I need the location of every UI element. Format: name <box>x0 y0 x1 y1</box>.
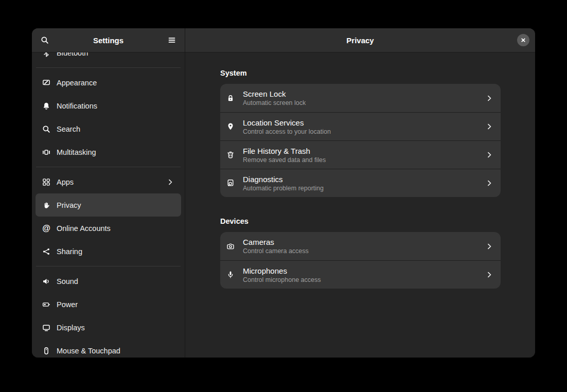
row-title: Location Services <box>243 118 477 127</box>
sidebar-item-label: Mouse & Touchpad <box>57 347 120 355</box>
sidebar-item-label: Appearance <box>57 79 97 87</box>
row-title: File History & Trash <box>243 147 477 155</box>
chevron-right-icon <box>166 178 174 186</box>
lock-icon <box>226 94 235 102</box>
sidebar-divider <box>36 167 181 167</box>
sidebar-item-apps[interactable]: Apps <box>36 170 181 193</box>
sidebar-divider <box>36 266 181 266</box>
search-button[interactable] <box>39 34 50 46</box>
search-icon <box>41 36 49 44</box>
row-title: Cameras <box>243 238 477 246</box>
diagnostics-icon <box>226 179 235 187</box>
location-pin-icon <box>226 122 235 131</box>
row-diagnostics[interactable]: Diagnostics Automatic problem reporting <box>220 169 501 197</box>
monitor-icon <box>42 324 50 332</box>
main-menu-button[interactable] <box>166 34 178 46</box>
sidebar-item-label: Search <box>57 125 80 133</box>
sidebar-item-online-accounts[interactable]: @ Online Accounts <box>36 217 181 240</box>
row-title: Diagnostics <box>243 175 477 184</box>
chevron-right-icon <box>485 271 493 279</box>
sidebar-item-privacy[interactable]: Privacy <box>36 193 181 217</box>
sidebar-item-sharing[interactable]: Sharing <box>36 240 181 263</box>
sidebar-item-label: Multitasking <box>57 148 96 156</box>
share-icon <box>42 247 50 256</box>
search-icon <box>42 125 50 133</box>
main-pane: Privacy System Screen Lock <box>185 28 535 358</box>
sidebar-item-search[interactable]: Search <box>36 117 181 140</box>
main-headerbar: Privacy <box>185 28 535 52</box>
sidebar-item-label: Sharing <box>57 247 82 256</box>
section-system: System Screen Lock Automatic screen lock <box>220 69 501 197</box>
close-icon <box>519 36 527 44</box>
row-screen-lock[interactable]: Screen Lock Automatic screen lock <box>220 84 501 112</box>
speaker-icon <box>42 277 50 286</box>
camera-icon <box>226 242 235 251</box>
row-file-history-trash[interactable]: File History & Trash Remove saved data a… <box>220 140 501 169</box>
battery-icon <box>42 300 50 309</box>
sidebar-item-label: Online Accounts <box>57 224 111 233</box>
system-card: Screen Lock Automatic screen lock Locati… <box>220 84 501 197</box>
sidebar-item-label: Sound <box>57 277 78 286</box>
sidebar-item-power[interactable]: Power <box>36 293 181 316</box>
sidebar-item-appearance[interactable]: Appearance <box>36 71 181 94</box>
sidebar-item-bluetooth[interactable]: Bluetooth <box>36 52 181 64</box>
sidebar-item-displays[interactable]: Displays <box>36 316 181 339</box>
row-subtitle: Remove saved data and files <box>243 156 477 164</box>
row-cameras[interactable]: Cameras Control camera access <box>220 232 501 260</box>
row-subtitle: Automatic screen lock <box>243 99 477 106</box>
chevron-right-icon <box>485 242 493 251</box>
sidebar-item-notifications[interactable]: Notifications <box>36 94 181 117</box>
sidebar-list: Bluetooth Appearance Notifications S <box>32 52 185 358</box>
sidebar-headerbar: Settings <box>32 28 185 52</box>
trash-icon <box>226 151 235 159</box>
row-subtitle: Control camera access <box>243 247 477 255</box>
sidebar-item-label: Apps <box>57 178 74 186</box>
bluetooth-icon <box>42 52 50 57</box>
sidebar-item-label: Displays <box>57 324 85 332</box>
multitasking-icon <box>42 148 50 156</box>
privacy-content: System Screen Lock Automatic screen lock <box>185 52 535 358</box>
row-microphones[interactable]: Microphones Control microphone access <box>220 260 501 289</box>
row-subtitle: Control access to your location <box>243 128 477 135</box>
at-icon: @ <box>42 224 50 233</box>
sidebar-item-sound[interactable]: Sound <box>36 270 181 293</box>
sidebar-item-mouse-touchpad[interactable]: Mouse & Touchpad <box>36 339 181 358</box>
settings-window: Settings Bluetooth Appearance <box>32 28 535 358</box>
row-title: Screen Lock <box>243 90 477 98</box>
section-heading: System <box>220 69 501 77</box>
bell-icon <box>42 102 50 110</box>
sidebar-item-label: Power <box>57 300 78 309</box>
microphone-icon <box>226 271 235 279</box>
row-location-services[interactable]: Location Services Control access to your… <box>220 112 501 140</box>
apps-grid-icon <box>42 178 50 186</box>
sidebar-divider <box>36 67 181 68</box>
row-title: Microphones <box>243 266 477 275</box>
hamburger-menu-icon <box>168 36 176 44</box>
chevron-right-icon <box>485 151 493 159</box>
app-title: Settings <box>50 36 166 45</box>
sidebar-item-label: Privacy <box>57 201 81 209</box>
appearance-icon <box>42 79 50 87</box>
mouse-icon <box>42 347 50 355</box>
chevron-right-icon <box>485 179 493 187</box>
row-subtitle: Automatic problem reporting <box>243 185 477 192</box>
chevron-right-icon <box>485 122 493 131</box>
sidebar-item-label: Notifications <box>57 102 97 110</box>
sidebar-item-multitasking[interactable]: Multitasking <box>36 140 181 164</box>
hand-icon <box>42 201 50 209</box>
row-subtitle: Control microphone access <box>243 276 477 283</box>
close-button[interactable] <box>517 34 529 46</box>
sidebar-item-label: Bluetooth <box>57 52 88 57</box>
devices-card: Cameras Control camera access Microphone… <box>220 232 501 289</box>
sidebar: Settings Bluetooth Appearance <box>32 28 185 358</box>
section-heading: Devices <box>220 217 501 225</box>
section-devices: Devices Cameras Control camera access <box>220 217 501 289</box>
page-title: Privacy <box>346 36 374 45</box>
chevron-right-icon <box>485 94 493 102</box>
